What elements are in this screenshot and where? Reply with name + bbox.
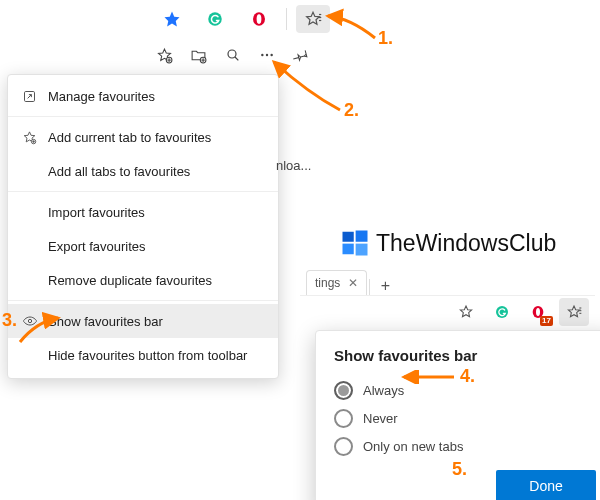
radio-icon [334,409,353,428]
browser-toolbar [150,3,335,35]
search-icon[interactable] [218,41,246,69]
background-text: nloa... [276,158,311,173]
radio-only-new-tabs[interactable]: Only on new tabs [334,432,596,460]
tab-label: tings [315,276,340,290]
watermark: TheWindowsClub [340,228,556,258]
svg-line-16 [235,57,238,60]
svg-rect-27 [356,231,368,242]
svg-point-33 [536,308,540,316]
menu-item-label: Show favourites bar [48,314,264,329]
grammarly-icon[interactable] [198,5,232,33]
fav-star-icon[interactable] [451,298,481,326]
svg-rect-26 [343,232,354,242]
watermark-text: TheWindowsClub [376,230,556,257]
menu-export-favourites[interactable]: Export favourites [8,229,278,263]
browser-toolbar-secondary: 17 [300,295,595,328]
svg-marker-34 [568,306,579,317]
svg-point-3 [257,14,262,24]
favourites-panel-toolbar [150,40,315,70]
new-tab-button[interactable]: + [372,277,398,295]
pin-icon[interactable] [287,41,315,69]
notification-badge: 17 [540,316,553,326]
collections-icon[interactable] [559,298,589,326]
annotation-2: 2. [344,100,359,121]
menu-add-current-tab[interactable]: Add current tab to favourites [8,120,278,154]
eye-icon [22,313,48,329]
menu-show-favourites-bar[interactable]: Show favourites bar [8,304,278,338]
menu-item-label: Add all tabs to favourites [48,164,264,179]
menu-item-label: Hide favourites button from toolbar [48,348,264,363]
svg-rect-29 [356,244,368,256]
toolbar-separator [286,8,287,30]
add-folder-icon[interactable] [184,41,212,69]
menu-import-favourites[interactable]: Import favourites [8,195,278,229]
tab-strip: tings ✕ + [300,269,595,295]
radio-label: Always [363,383,404,398]
svg-rect-28 [343,244,354,255]
menu-separator [8,116,278,117]
windows-logo-icon [340,228,370,258]
radio-icon [334,437,353,456]
svg-marker-30 [460,306,471,317]
grammarly-icon[interactable] [487,298,517,326]
radio-icon [334,381,353,400]
more-icon[interactable] [253,41,281,69]
menu-manage-favourites[interactable]: Manage favourites [8,79,278,113]
svg-point-17 [261,54,263,56]
menu-item-label: Import favourites [48,205,264,220]
favourites-menu: Manage favourites Add current tab to fav… [7,74,279,379]
radio-label: Only on new tabs [363,439,463,454]
menu-item-label: Export favourites [48,239,264,254]
menu-item-label: Add current tab to favourites [48,130,264,145]
show-favourites-bar-popup: Show favourites bar Always Never Only on… [315,330,600,500]
close-icon[interactable]: ✕ [348,276,358,290]
radio-always[interactable]: Always [334,376,596,404]
radio-label: Never [363,411,398,426]
svg-point-15 [228,50,236,58]
popup-title: Show favourites bar [334,347,596,364]
radio-never[interactable]: Never [334,404,596,432]
menu-separator [8,191,278,192]
annotation-1: 1. [378,28,393,49]
menu-item-label: Manage favourites [48,89,264,104]
menu-add-all-tabs[interactable]: Add all tabs to favourites [8,154,278,188]
tab-separator [369,279,370,295]
browser-window-secondary: tings ✕ + 17 [300,269,595,328]
star-icon[interactable] [155,5,189,33]
menu-separator [8,300,278,301]
menu-hide-favourites-button[interactable]: Hide favourites button from toolbar [8,338,278,372]
open-icon [22,89,48,104]
menu-item-label: Remove duplicate favourites [48,273,264,288]
opera-icon[interactable] [242,5,276,33]
add-star-icon [22,130,48,145]
add-fav-icon[interactable] [150,41,178,69]
menu-remove-duplicates[interactable]: Remove duplicate favourites [8,263,278,297]
collections-icon[interactable] [296,5,330,33]
svg-point-25 [28,319,31,322]
svg-marker-4 [307,12,320,24]
svg-point-18 [266,54,268,56]
svg-marker-0 [164,12,179,27]
done-button[interactable]: Done [496,470,596,500]
opera-badge-icon[interactable]: 17 [523,298,553,326]
tab-settings[interactable]: tings ✕ [306,270,367,295]
svg-point-19 [270,54,272,56]
